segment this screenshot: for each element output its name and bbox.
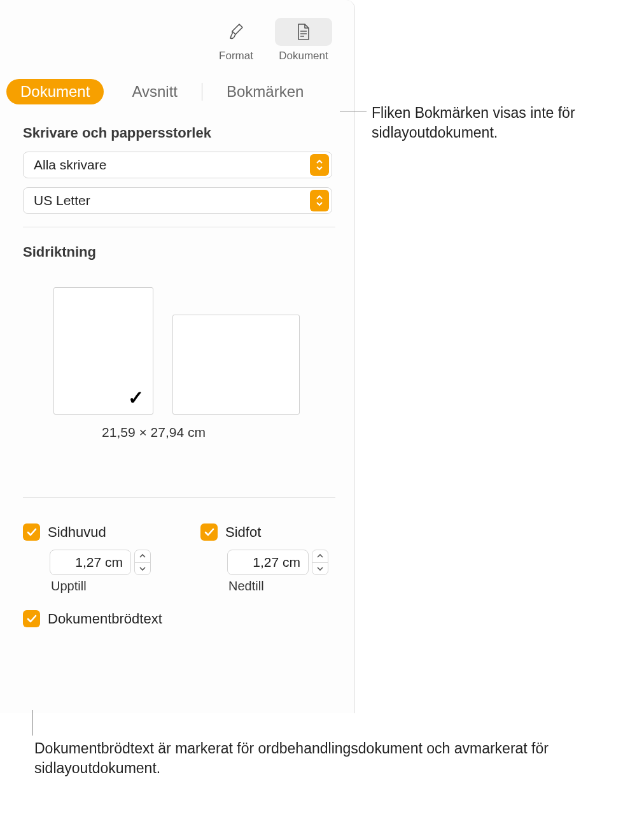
orientation-portrait[interactable]: ✓ — [53, 287, 153, 415]
footer-label: Sidfot — [225, 524, 261, 541]
stepper-up[interactable] — [312, 550, 328, 563]
printer-value: Alla skrivare — [34, 157, 106, 173]
printer-section-title: Skrivare och pappersstorlek — [23, 125, 335, 141]
header-column: Sidhuvud 1,27 cm Upptill — [23, 523, 151, 594]
orientation-row: ✓ — [23, 271, 335, 415]
header-footer-row: Sidhuvud 1,27 cm Upptill — [0, 498, 354, 594]
footer-checkbox-row: Sidfot — [200, 523, 328, 541]
callout-bodytext: Dokumentbrödtext är markerat för ordbeha… — [34, 739, 623, 778]
footer-stepper-buttons — [312, 550, 328, 575]
stepper-down[interactable] — [135, 563, 150, 575]
callout-line — [340, 111, 367, 111]
callout-line — [32, 710, 33, 736]
header-stepper-buttons — [134, 550, 151, 575]
chevron-up-icon — [139, 553, 146, 559]
stepper-down[interactable] — [312, 563, 328, 575]
paintbrush-icon — [227, 22, 246, 41]
tab-separator — [202, 83, 202, 101]
popup-arrows-icon — [310, 154, 329, 176]
inspector-panel: Format Dokument Dokument Avsnitt Bokmärk… — [0, 0, 355, 713]
page-dimensions: 21,59 × 27,94 cm — [23, 425, 335, 440]
paper-popup[interactable]: US Letter — [23, 187, 332, 214]
tab-bookmarks[interactable]: Bokmärken — [213, 79, 318, 104]
header-sublabel: Upptill — [51, 579, 151, 594]
callout-bookmarks: Fliken Bokmärken visas inte för sidlayou… — [372, 103, 623, 143]
checkmark-icon: ✓ — [128, 387, 144, 409]
header-label: Sidhuvud — [48, 524, 106, 541]
document-label: Dokument — [279, 50, 328, 62]
orientation-landscape[interactable] — [172, 315, 300, 415]
toolbar-item-format[interactable]: Format — [204, 18, 268, 62]
format-label: Format — [219, 50, 253, 62]
printer-section: Skrivare och pappersstorlek Alla skrivar… — [0, 108, 354, 214]
check-icon — [26, 613, 38, 625]
footer-stepper: 1,27 cm — [227, 550, 328, 575]
header-checkbox[interactable] — [23, 523, 40, 541]
tab-section[interactable]: Avsnitt — [118, 79, 192, 104]
printer-popup[interactable]: Alla skrivare — [23, 152, 332, 178]
chevron-down-icon — [139, 566, 146, 571]
document-icon — [295, 22, 312, 41]
header-stepper: 1,27 cm — [50, 550, 151, 575]
header-checkbox-row: Sidhuvud — [23, 523, 151, 541]
header-value-input[interactable]: 1,27 cm — [50, 550, 131, 575]
paper-value: US Letter — [34, 193, 90, 208]
toolbar: Format Dokument — [0, 0, 354, 69]
stepper-up[interactable] — [135, 550, 150, 563]
bodytext-row: Dokumentbrödtext — [0, 594, 354, 627]
check-icon — [204, 527, 215, 538]
orientation-title: Sidriktning — [23, 244, 335, 260]
inspector-tabs: Dokument Avsnitt Bokmärken — [0, 69, 354, 108]
footer-column: Sidfot 1,27 cm Nedtill — [200, 523, 328, 594]
format-button[interactable] — [207, 18, 265, 46]
footer-value-input[interactable]: 1,27 cm — [227, 550, 309, 575]
check-icon — [26, 527, 38, 538]
bodytext-checkbox[interactable] — [23, 610, 40, 627]
footer-sublabel: Nedtill — [228, 579, 328, 594]
footer-checkbox[interactable] — [200, 523, 218, 541]
toolbar-item-document[interactable]: Dokument — [272, 18, 335, 62]
orientation-section: Sidriktning ✓ 21,59 × 27,94 cm — [0, 227, 354, 440]
chevron-up-icon — [316, 553, 324, 559]
popup-arrows-icon — [310, 190, 329, 211]
tab-document[interactable]: Dokument — [6, 79, 104, 104]
document-button[interactable] — [275, 18, 332, 46]
chevron-down-icon — [316, 566, 324, 571]
bodytext-label: Dokumentbrödtext — [48, 611, 162, 627]
